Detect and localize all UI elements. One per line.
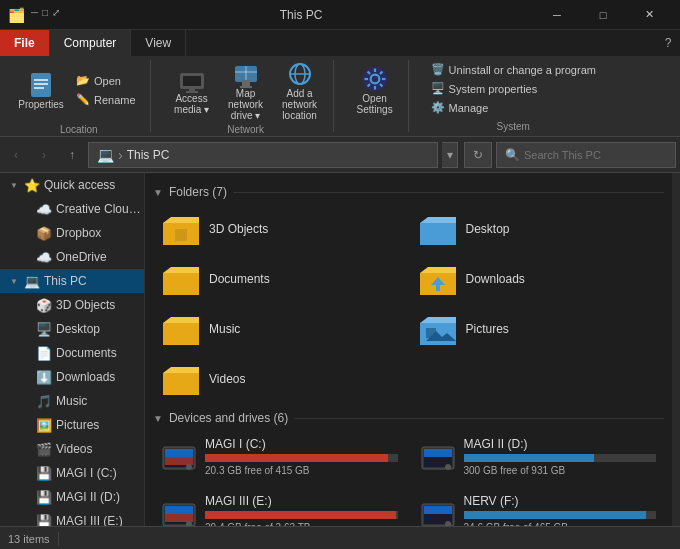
expand-placeholder xyxy=(20,419,32,431)
folder-item-downloads[interactable]: Downloads xyxy=(410,255,665,303)
address-bar: ‹ › ↑ 💻 › This PC ▾ ↻ 🔍 xyxy=(0,137,680,173)
folder-item-music[interactable]: Music xyxy=(153,305,408,353)
drive-bar-fill xyxy=(464,511,647,519)
folder-item-3d-objects[interactable]: 3D Objects xyxy=(153,205,408,253)
sidebar-item-magi1[interactable]: 💾 MAGI I (C:) xyxy=(0,461,144,485)
right-scrollbar[interactable] xyxy=(672,173,680,526)
folders-section-header[interactable]: ▼ Folders (7) xyxy=(153,185,664,199)
back-button[interactable]: ‹ xyxy=(4,143,28,167)
drive-free: 300 GB free of 931 GB xyxy=(464,465,657,476)
ribbon-tabs: File Computer View ? xyxy=(0,30,680,56)
drive-bar-fill xyxy=(464,454,595,462)
sidebar-item-pictures[interactable]: 🖼️ Pictures xyxy=(0,413,144,437)
drive-bar-container xyxy=(464,511,657,519)
music-icon: 🎵 xyxy=(36,393,52,409)
open-button[interactable]: 📂 Open xyxy=(70,72,142,89)
rename-button[interactable]: ✏️ Rename xyxy=(70,91,142,108)
manage-button[interactable]: ⚙️ Manage xyxy=(425,99,602,116)
minimize-button[interactable]: ─ xyxy=(534,0,580,30)
help-button[interactable]: ? xyxy=(656,30,680,56)
drives-section-header[interactable]: ▼ Devices and drives (6) xyxy=(153,411,664,425)
forward-button[interactable]: › xyxy=(32,143,56,167)
svg-rect-52 xyxy=(424,506,452,514)
rename-icon: ✏️ xyxy=(76,93,90,106)
path-segment-thispc: This PC xyxy=(127,148,170,162)
window-controls[interactable]: ─ □ ✕ xyxy=(534,0,672,30)
sidebar-item-dropbox[interactable]: 📦 Dropbox xyxy=(0,221,144,245)
sidebar-item-magi2[interactable]: 💾 MAGI II (D:) xyxy=(0,485,144,509)
maximize-button[interactable]: □ xyxy=(580,0,626,30)
refresh-button[interactable]: ↻ xyxy=(464,142,492,168)
sidebar-item-magi3[interactable]: 💾 MAGI III (E:) xyxy=(0,509,144,526)
close-button[interactable]: ✕ xyxy=(626,0,672,30)
drive-item-magi3[interactable]: MAGI III (E:) 29.4 GB free of 3.63 TB xyxy=(153,488,406,526)
folder-item-pictures[interactable]: Pictures xyxy=(410,305,665,353)
expand-placeholder xyxy=(20,443,32,455)
ribbon-location-buttons: Properties 📂 Open ✏️ Rename xyxy=(16,60,142,120)
section-divider xyxy=(294,418,664,419)
section-divider xyxy=(233,192,664,193)
folder-item-documents[interactable]: Documents xyxy=(153,255,408,303)
main-layout: ▼ ⭐ Quick access ☁️ Creative Cloud Fil 📦… xyxy=(0,173,680,526)
drive-free: 29.4 GB free of 3.63 TB xyxy=(205,522,398,526)
sidebar-item-this-pc[interactable]: ▼ 💻 This PC xyxy=(0,269,144,293)
map-network-icon xyxy=(232,60,260,88)
address-path[interactable]: 💻 › This PC xyxy=(88,142,438,168)
sidebar-item-label: Videos xyxy=(56,442,92,456)
videos-icon: 🎬 xyxy=(36,441,52,457)
content-area: ▼ Folders (7) 3D Objects xyxy=(145,173,672,526)
sidebar-item-downloads[interactable]: ⬇️ Downloads xyxy=(0,365,144,389)
window-title: This PC xyxy=(68,8,534,22)
uninstall-icon: 🗑️ xyxy=(431,63,445,76)
map-network-button[interactable]: Map networkdrive ▾ xyxy=(221,60,271,120)
open-settings-button[interactable]: OpenSettings xyxy=(350,60,400,120)
svg-rect-1 xyxy=(34,79,48,81)
manage-icon: ⚙️ xyxy=(431,101,445,114)
uninstall-button[interactable]: 🗑️ Uninstall or change a program xyxy=(425,61,602,78)
sidebar-item-label: This PC xyxy=(44,274,87,288)
drives-expand-icon: ▼ xyxy=(153,413,163,424)
folder-label: Desktop xyxy=(466,222,510,236)
drive-free: 20.3 GB free of 415 GB xyxy=(205,465,398,476)
drive-item-nerv[interactable]: NERV (F:) 24.6 GB free of 465 GB xyxy=(412,488,665,526)
folder-label: Music xyxy=(209,322,240,336)
drive-item-magi1[interactable]: MAGI I (C:) 20.3 GB free of 415 GB xyxy=(153,431,406,482)
search-input[interactable] xyxy=(524,149,667,161)
svg-rect-5 xyxy=(183,76,201,86)
address-dropdown-button[interactable]: ▾ xyxy=(442,142,458,168)
sidebar-item-music[interactable]: 🎵 Music xyxy=(0,389,144,413)
tab-file[interactable]: File xyxy=(0,30,50,56)
sidebar-item-label: Dropbox xyxy=(56,226,101,240)
sidebar-item-documents[interactable]: 📄 Documents xyxy=(0,341,144,365)
this-pc-icon: 💻 xyxy=(24,273,40,289)
access-media-button[interactable]: Accessmedia ▾ xyxy=(167,60,217,120)
drive-item-magi2[interactable]: MAGI II (D:) 300 GB free of 931 GB xyxy=(412,431,665,482)
folder-grid: 3D Objects Desktop xyxy=(153,205,664,403)
expand-placeholder xyxy=(20,371,32,383)
sidebar-item-3d-objects[interactable]: 🎲 3D Objects xyxy=(0,293,144,317)
sidebar-item-label: Pictures xyxy=(56,418,99,432)
add-network-button[interactable]: Add a networklocation xyxy=(275,60,325,120)
system-properties-button[interactable]: 🖥️ System properties xyxy=(425,80,602,97)
search-box[interactable]: 🔍 xyxy=(496,142,676,168)
item-count: 13 items xyxy=(8,533,50,545)
sidebar-item-creative-cloud[interactable]: ☁️ Creative Cloud Fil xyxy=(0,197,144,221)
sidebar-item-videos[interactable]: 🎬 Videos xyxy=(0,437,144,461)
pictures-icon: 🖼️ xyxy=(36,417,52,433)
sidebar-item-desktop[interactable]: 🖥️ Desktop xyxy=(0,317,144,341)
svg-rect-2 xyxy=(34,83,48,85)
tab-view[interactable]: View xyxy=(131,30,186,56)
tab-computer[interactable]: Computer xyxy=(50,30,132,56)
sidebar-item-quick-access[interactable]: ▼ ⭐ Quick access xyxy=(0,173,144,197)
desktop-icon: 🖥️ xyxy=(36,321,52,337)
ribbon: File Computer View ? Properti xyxy=(0,30,680,137)
up-button[interactable]: ↑ xyxy=(60,143,84,167)
location-group-label: Location xyxy=(60,120,98,135)
expand-placeholder xyxy=(20,467,32,479)
folder-item-videos[interactable]: Videos xyxy=(153,355,408,403)
folder-item-desktop[interactable]: Desktop xyxy=(410,205,665,253)
expand-placeholder xyxy=(20,491,32,503)
sidebar-item-onedrive[interactable]: ☁️ OneDrive xyxy=(0,245,144,269)
properties-button[interactable]: Properties xyxy=(16,60,66,120)
network-group-label: Network xyxy=(227,120,264,135)
